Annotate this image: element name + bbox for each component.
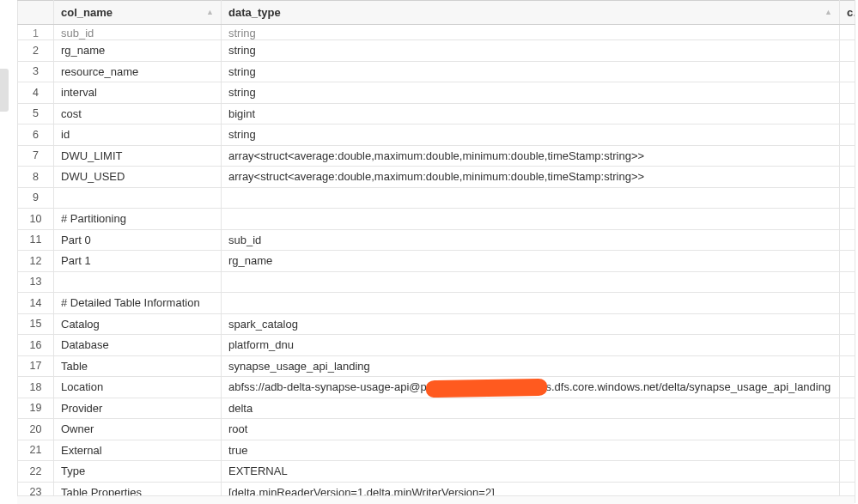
cell-col-name[interactable]: cost — [54, 103, 222, 124]
cell-col-name[interactable]: resource_name — [54, 61, 222, 82]
cell-co[interactable] — [840, 293, 855, 314]
cell-co[interactable] — [840, 419, 855, 440]
left-collapse-handle[interactable] — [0, 69, 9, 112]
cell-co[interactable] — [840, 187, 855, 209]
table-row[interactable]: 19Providerdelta — [18, 398, 855, 419]
cell-col-name[interactable]: # Detailed Table Information — [54, 293, 222, 314]
cell-co[interactable] — [840, 40, 855, 62]
cell-data-type[interactable]: abfss://adb-delta-synapse-usage-api@pXXX… — [222, 377, 840, 398]
table-row[interactable]: 6idstring — [18, 124, 855, 146]
cell-col-name[interactable]: Part 1 — [54, 251, 222, 272]
sort-icon[interactable]: ▲ — [825, 9, 832, 16]
table-row[interactable]: 7DWU_LIMITarray<struct<average:double,ma… — [18, 145, 855, 167]
cell-data-type[interactable]: platform_dnu — [222, 335, 840, 356]
cell-co[interactable] — [840, 251, 855, 272]
cell-col-name[interactable]: Provider — [54, 398, 222, 419]
table-row[interactable]: 3resource_namestring — [18, 61, 855, 82]
cell-col-name[interactable]: Type — [54, 461, 222, 483]
cell-co[interactable] — [840, 82, 855, 104]
cell-col-name[interactable]: id — [54, 124, 222, 146]
cell-co[interactable] — [840, 61, 855, 82]
row-index: 17 — [18, 355, 54, 377]
cell-data-type[interactable]: string — [222, 124, 840, 146]
table-row[interactable]: 17Tablesynapse_usage_api_landing — [18, 355, 855, 377]
sort-icon[interactable]: ▲ — [206, 9, 214, 16]
cell-data-type[interactable] — [222, 293, 840, 314]
cell-col-name[interactable] — [54, 271, 222, 293]
cell-co[interactable] — [840, 25, 855, 40]
table-row[interactable]: 14# Detailed Table Information — [18, 293, 855, 314]
cell-col-name[interactable]: External — [54, 440, 222, 461]
cell-data-type[interactable] — [222, 187, 840, 209]
cell-col-name[interactable]: Catalog — [54, 313, 222, 335]
cell-co[interactable] — [840, 229, 855, 251]
cell-col-name[interactable]: Part 0 — [54, 229, 222, 251]
table-row[interactable]: 22TypeEXTERNAL — [18, 461, 855, 483]
table-row[interactable]: 21Externaltrue — [18, 440, 855, 461]
cell-co[interactable] — [840, 335, 855, 356]
cell-col-name[interactable]: Location — [54, 377, 222, 398]
cell-data-type[interactable]: true — [222, 440, 840, 461]
cell-col-name[interactable]: rg_name — [54, 40, 222, 62]
cell-co[interactable] — [840, 355, 855, 377]
cell-co[interactable] — [840, 313, 855, 335]
cell-data-type[interactable]: sub_id — [222, 229, 840, 251]
cell-co[interactable] — [840, 461, 855, 483]
header-co[interactable]: co — [840, 1, 855, 25]
table-row[interactable]: 1sub_idstring — [18, 25, 855, 40]
cell-data-type[interactable]: string — [222, 82, 840, 104]
header-data-type[interactable]: data_type ▲ — [222, 1, 840, 25]
table-row[interactable]: 4intervalstring — [18, 82, 855, 104]
header-index[interactable] — [18, 1, 54, 25]
cell-data-type[interactable]: string — [222, 40, 840, 62]
row-index: 14 — [18, 293, 54, 314]
cell-col-name[interactable]: DWU_USED — [54, 167, 222, 188]
cell-co[interactable] — [840, 167, 855, 188]
cell-co[interactable] — [840, 209, 855, 230]
cell-co[interactable] — [840, 377, 855, 398]
cell-co[interactable] — [840, 440, 855, 461]
table-row[interactable]: 2rg_namestring — [18, 40, 855, 62]
table-row[interactable]: 15Catalogspark_catalog — [18, 313, 855, 335]
cell-data-type[interactable] — [222, 271, 840, 293]
cell-data-type[interactable]: synapse_usage_api_landing — [222, 355, 840, 377]
cell-data-type[interactable]: delta — [222, 398, 840, 419]
table-row[interactable]: 11Part 0sub_id — [18, 229, 855, 251]
cell-co[interactable] — [840, 124, 855, 146]
cell-co[interactable] — [840, 145, 855, 167]
cell-data-type[interactable] — [222, 209, 840, 230]
cell-data-type[interactable]: string — [222, 61, 840, 82]
cell-data-type[interactable]: string — [222, 25, 840, 40]
cell-col-name[interactable]: Owner — [54, 419, 222, 440]
cell-col-name[interactable]: # Partitioning — [54, 209, 222, 230]
table-row[interactable]: 10# Partitioning — [18, 209, 855, 230]
cell-data-type[interactable]: rg_name — [222, 251, 840, 272]
cell-data-type[interactable]: bigint — [222, 103, 840, 124]
table-row[interactable]: 20Ownerroot — [18, 419, 855, 440]
cell-col-name[interactable]: DWU_LIMIT — [54, 145, 222, 167]
cell-col-name[interactable]: Database — [54, 335, 222, 356]
row-index: 18 — [18, 377, 54, 398]
table-row[interactable]: 9 — [18, 187, 855, 209]
cell-data-type[interactable]: array<struct<average:double,maximum:doub… — [222, 167, 840, 188]
table-row[interactable]: 5costbigint — [18, 103, 855, 124]
header-col-name[interactable]: col_name ▲ — [54, 1, 222, 25]
cell-col-name[interactable] — [54, 187, 222, 209]
table-row[interactable]: 18Locationabfss://adb-delta-synapse-usag… — [18, 377, 855, 398]
table-row[interactable]: 13 — [18, 271, 855, 293]
cell-data-type[interactable]: EXTERNAL — [222, 461, 840, 483]
cell-col-name[interactable]: Table — [54, 355, 222, 377]
table-row[interactable]: 12Part 1rg_name — [18, 251, 855, 272]
cell-data-type[interactable]: root — [222, 419, 840, 440]
table-footer-bar — [17, 495, 855, 504]
cell-co[interactable] — [840, 271, 855, 293]
cell-data-type[interactable]: spark_catalog — [222, 313, 840, 335]
cell-co[interactable] — [840, 103, 855, 124]
cell-data-type[interactable]: array<struct<average:double,maximum:doub… — [222, 145, 840, 167]
table-row[interactable]: 8DWU_USEDarray<struct<average:double,max… — [18, 167, 855, 188]
cell-co[interactable] — [840, 398, 855, 419]
cell-col-name[interactable]: interval — [54, 82, 222, 104]
row-index: 21 — [18, 440, 54, 461]
cell-col-name[interactable]: sub_id — [54, 25, 222, 40]
table-row[interactable]: 16Databaseplatform_dnu — [18, 335, 855, 356]
